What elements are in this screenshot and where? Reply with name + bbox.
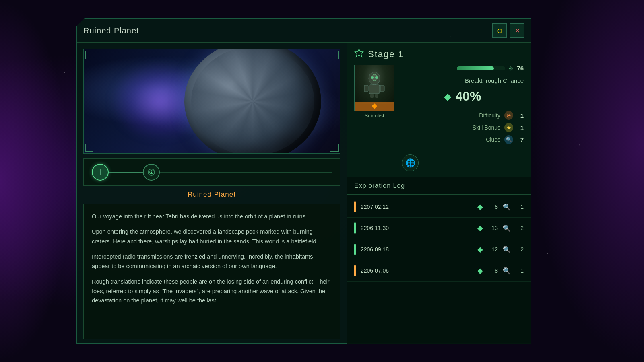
- log-entry[interactable]: 2206.09.18 ◆ 12 🔍 2: [347, 239, 531, 260]
- log-gem-value: 8: [488, 204, 498, 210]
- skill-bonus-label: Skill Bonus: [473, 124, 500, 131]
- node-line-2: [160, 172, 194, 173]
- location-name: Ruined Planet: [83, 191, 340, 199]
- log-date: 2207.02.12: [361, 204, 473, 210]
- skill-bonus-value: 1: [517, 124, 524, 131]
- small-scientist-orb: 🌐: [402, 154, 419, 171]
- breakthrough-gem: ◆: [444, 91, 451, 102]
- stage-node-1[interactable]: I: [92, 164, 109, 181]
- log-clue-value: 2: [516, 246, 524, 253]
- stage-icon: [354, 48, 364, 60]
- badge-icon: 🔶: [372, 103, 378, 109]
- progress-row: ⚙ 76: [402, 65, 524, 72]
- progress-bar: [457, 66, 505, 70]
- skill-icon: ★: [504, 123, 513, 132]
- corner-bl: [85, 144, 93, 152]
- log-clue-icon: 🔍: [503, 267, 511, 275]
- svg-rect-10: [375, 94, 378, 98]
- stage-progress: I: [83, 158, 340, 186]
- breakthrough-value: ◆ 40%: [402, 89, 524, 104]
- svg-rect-6: [369, 85, 380, 94]
- log-date-bar: [354, 265, 356, 276]
- log-date: 2206.07.06: [361, 267, 473, 274]
- clues-icon: 🔍: [504, 135, 513, 144]
- svg-rect-7: [364, 85, 368, 92]
- scientist-name: Scientist: [354, 113, 394, 119]
- difficulty-icon: ⊖: [504, 111, 513, 120]
- log-clue-icon: 🔍: [503, 224, 511, 232]
- stage-header: Stage 1: [354, 48, 524, 60]
- log-gem-icon: ◆: [477, 245, 483, 254]
- breakthrough-label: Breakthrough Chance: [402, 77, 524, 84]
- nebula-right: [531, 0, 644, 362]
- scientist-portrait: 🔶: [354, 65, 394, 111]
- desc-para-3: Intercepted radio transmissions are fren…: [92, 252, 332, 272]
- stage-line: [450, 54, 524, 54]
- corner-tr: [330, 51, 339, 59]
- corner-br: [330, 144, 339, 152]
- planet-sphere: [184, 49, 321, 154]
- planet-image: [83, 49, 340, 154]
- difficulty-row: Difficulty ⊖ 1: [402, 111, 524, 120]
- breakthrough-pct: 40%: [455, 89, 481, 104]
- scientist-portrait-wrap: 🔶 Scientist: [354, 65, 394, 119]
- node-line-1: [109, 172, 143, 173]
- difficulty-value: 1: [517, 112, 524, 119]
- target-button[interactable]: ⊕: [492, 23, 507, 38]
- stage-section: Stage 1: [347, 43, 531, 177]
- stage-node-2[interactable]: [143, 164, 160, 181]
- exploration-header: Exploration Log: [347, 177, 531, 195]
- log-entry[interactable]: 2206.07.06 ◆ 8 🔍 1: [347, 260, 531, 282]
- svg-marker-3: [355, 49, 363, 57]
- window-title: Ruined Planet: [83, 26, 139, 35]
- clues-label: Clues: [486, 136, 500, 143]
- log-entry[interactable]: 2207.02.12 ◆ 8 🔍 1: [347, 196, 531, 218]
- scientist-row: 🔶 Scientist ⚙ 76: [354, 65, 524, 171]
- log-date: 2206.09.18: [361, 246, 473, 253]
- stage-title: Stage 1: [368, 49, 442, 60]
- log-clue-icon: 🔍: [503, 246, 511, 253]
- scientist-portrait-inner: [355, 65, 394, 104]
- log-date-bar: [354, 222, 356, 234]
- log-gem-icon: ◆: [477, 266, 483, 275]
- log-gem-icon: ◆: [477, 202, 483, 211]
- desc-para-2: Upon entering the atmosphere, we discove…: [92, 227, 332, 247]
- svg-point-11: [371, 76, 374, 79]
- node-line-3: [194, 172, 332, 173]
- log-gem-value: 13: [488, 225, 498, 231]
- svg-point-12: [375, 76, 378, 79]
- progress-value: 76: [517, 65, 524, 72]
- desc-para-4: Rough translations indicate these people…: [92, 277, 332, 306]
- corner-tl: [85, 51, 93, 59]
- log-clue-value: 1: [516, 204, 524, 210]
- stats-area: ⚙ 76 Breakthrough Chance ◆ 40% Difficult…: [402, 65, 524, 171]
- log-clue-icon: 🔍: [503, 203, 511, 211]
- log-gem-value: 12: [488, 246, 498, 253]
- title-buttons: ⊕ ✕: [492, 23, 524, 38]
- close-button[interactable]: ✕: [510, 23, 524, 38]
- exploration-title: Exploration Log: [354, 182, 405, 189]
- clues-value: 7: [517, 136, 524, 143]
- log-entry[interactable]: 2206.11.30 ◆ 13 🔍 2: [347, 218, 531, 239]
- left-panel: I Ruined Planet Our voyage into the rift…: [77, 43, 347, 346]
- progress-nodes: I: [92, 164, 332, 181]
- log-gem-value: 8: [488, 267, 498, 274]
- log-date: 2206.11.30: [361, 225, 473, 231]
- title-bar: Ruined Planet ⊕ ✕: [77, 19, 531, 43]
- description-box[interactable]: Our voyage into the rift near Tebri has …: [83, 204, 340, 339]
- right-panel: Stage 1: [347, 43, 531, 346]
- log-clue-value: 2: [516, 225, 524, 231]
- svg-rect-8: [380, 85, 384, 92]
- desc-para-1: Our voyage into the rift near Tebri has …: [92, 212, 332, 222]
- skill-bonus-row: Skill Bonus ★ 1: [402, 123, 524, 132]
- log-date-bar: [354, 201, 356, 212]
- main-window: Ruined Planet ⊕ ✕ I: [76, 18, 531, 344]
- exploration-list[interactable]: 2207.02.12 ◆ 8 🔍 1 2206.11.30 ◆ 13 🔍 2 2…: [347, 195, 531, 346]
- svg-rect-9: [370, 94, 374, 98]
- log-clue-value: 1: [516, 267, 524, 274]
- log-gem-icon: ◆: [477, 224, 483, 232]
- resource-icon: ⚙: [508, 65, 514, 72]
- difficulty-label: Difficulty: [479, 112, 500, 119]
- nebula-left: [0, 0, 72, 362]
- log-date-bar: [354, 244, 356, 255]
